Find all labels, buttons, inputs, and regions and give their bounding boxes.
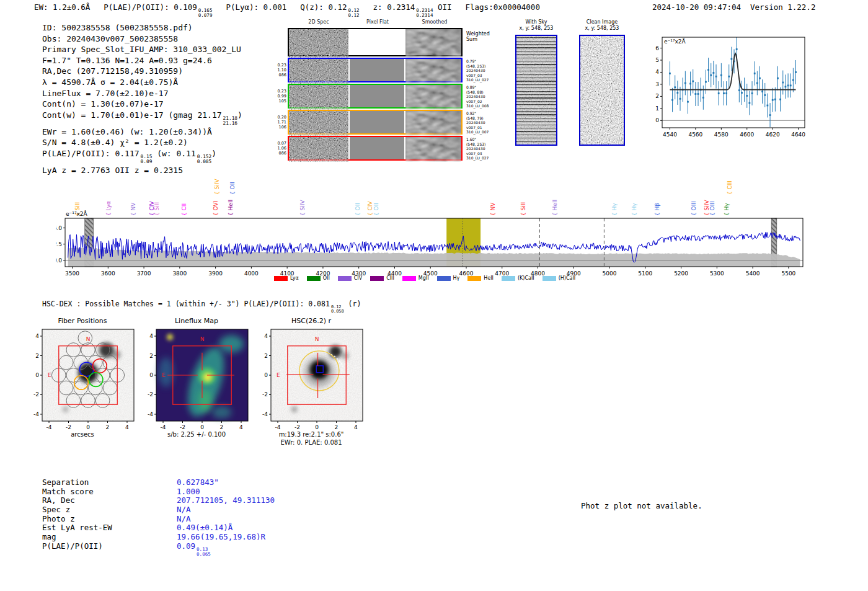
legend-item-(K)CaII: (K)CaII: [502, 275, 534, 281]
spec2d-left-label-0: 0.231.10086: [278, 63, 286, 78]
hsc-r-plot: -4-4-2-2002244NE: [252, 326, 370, 430]
data-point: [728, 76, 730, 78]
data-point: [764, 94, 766, 96]
info-text: Primary Spec_Slot_IFU_AMP: 310_033_002_L…: [42, 45, 241, 54]
y-tick-label: 4: [264, 333, 268, 339]
data-point: [769, 114, 771, 116]
data-point: [684, 82, 686, 84]
data-point: [698, 93, 699, 95]
spectral-line-label: { Hγ: [611, 203, 618, 216]
spec2d-cell: [289, 59, 348, 81]
header-metric-0: EW: 1.2±0.6Å: [34, 2, 90, 18]
x-tick-label: 5500: [781, 270, 795, 277]
x-tick-label: -4: [161, 424, 166, 430]
frac-sub: 0.079: [198, 13, 213, 18]
header-metric-2: P(Lyα): 0.001: [226, 2, 286, 18]
data-point: [715, 76, 717, 78]
data-point: [779, 99, 781, 100]
x-tick-label: 4000: [244, 270, 259, 277]
data-point: [712, 72, 714, 74]
spec2d-cell: [405, 59, 461, 81]
data-point: [674, 86, 676, 88]
x-tick-label: -4: [46, 424, 52, 430]
spectral-line-label: { CIII: [727, 180, 733, 195]
spectral-line-label: { NV: [130, 202, 136, 216]
x-tick-label: 4540: [663, 131, 677, 138]
header-metric-text: P(Lyα): 0.001: [226, 2, 286, 12]
y-tick-label: 2: [149, 353, 153, 359]
clean-image-coords: x, y: 548, 253: [585, 25, 619, 31]
header-metric-1: P(LAE)/P(OII): 0.1090.1650.079: [104, 2, 212, 18]
x-tick-label: -2: [294, 424, 300, 430]
col-title-2dspec: 2D Spec: [289, 19, 348, 25]
spec2d-image: [405, 85, 461, 110]
photz-note: Phot z plot not available.: [581, 501, 702, 510]
info-line-6: LineFlux = 7.70(±2.10)e-17: [42, 88, 242, 99]
match-value: 0.090.130.065: [177, 542, 211, 557]
y-tick-label: 5: [655, 57, 659, 63]
legend-item-(H)CaII: (H)CaII: [542, 275, 575, 281]
spec2d-cell: [405, 85, 461, 107]
y-tick-label: 4: [655, 69, 659, 75]
spectral-line-label: { OIII: [709, 201, 715, 216]
faint-blob: [291, 406, 298, 412]
flux-core-yellow: [203, 373, 212, 381]
info-text: ): [237, 110, 242, 120]
y-tick-label: 3: [655, 81, 659, 87]
left-label-line: 086: [278, 73, 286, 78]
legend-label: CIII: [386, 275, 394, 281]
data-point: [790, 84, 792, 86]
info-line-5: λ = 4590.7Å σ = 2.04(±0.75)Å: [42, 77, 242, 88]
clean-image-title: Clean Image x, y: 548, 253: [572, 19, 632, 32]
data-point: [707, 69, 709, 71]
frac-sub: 0.065: [197, 552, 211, 557]
right-label-line: v007_01: [466, 125, 489, 130]
y-tick-label: -2: [262, 391, 268, 398]
x-tick-label: 4: [239, 424, 243, 430]
data-point: [785, 86, 787, 87]
y-tick-label: 4: [35, 333, 39, 339]
frac-value: 0.120.12: [348, 8, 360, 18]
data-point: [756, 82, 758, 84]
left-label-line: 1.06: [278, 146, 286, 151]
report-timestamp-version: 2024-10-20 09:47:04 Version 1.22.2: [652, 2, 815, 12]
legend-item-CIII: CIII: [370, 275, 394, 281]
y-tick-label: 0.0: [56, 257, 62, 264]
info-line-10: S/N = 4.8(±0.4) χ² = 1.2(±0.2): [42, 137, 242, 148]
spec2d-cell: [350, 29, 404, 55]
x-tick-label: 3600: [101, 270, 115, 277]
legend-item-OII: OII: [307, 275, 330, 281]
x-tick-label: 2: [106, 424, 110, 430]
left-label-line: 0.23: [278, 63, 286, 68]
header-metric-text: EW: 1.2±0.6Å: [34, 2, 90, 12]
legend-label: MgII: [418, 275, 429, 281]
legend-item-HeII: HeII: [467, 275, 494, 281]
hsc-dex-frac: 0.120.058: [331, 305, 344, 314]
spectral-line-label: { OII: [229, 182, 236, 195]
data-point: [767, 105, 769, 107]
x-tick-label: 4: [354, 424, 358, 430]
y-tick-label: -2: [148, 391, 153, 398]
info-text: RA,Dec (207.712158,49.310959): [42, 66, 183, 76]
spectral-line-label: { SiII: [520, 202, 526, 216]
right-label-line: v007_03: [466, 73, 489, 78]
spec2d-right-label-1: 0.89"(548, 88)20240430v007_02310_LU_008: [466, 85, 489, 109]
galaxy-core: [310, 360, 329, 379]
north-label: N: [200, 336, 205, 342]
right-label-line: 20240430: [466, 146, 489, 151]
info-text: Obs: 20240430v007_5002385558: [42, 34, 178, 43]
spec2d-cell: [405, 29, 461, 55]
legend-label: CIV: [354, 275, 362, 281]
east-label: E: [277, 372, 280, 378]
detection-info-block: ID: 5002385558 (5002385558.pdf)Obs: 2024…: [42, 22, 242, 176]
spec2d-row: [288, 110, 463, 135]
y-tick-label: 2: [655, 93, 659, 99]
timestamp: 2024-10-20 09:47:04: [652, 2, 741, 12]
right-label-line: (548, 79): [466, 116, 489, 121]
x-tick-label: -4: [275, 424, 281, 430]
data-point: [754, 73, 756, 74]
info-text: LineFlux = 7.70(±2.10)e-17: [42, 89, 169, 98]
frac-value: 0.1650.079: [198, 8, 213, 18]
legend-swatch: [370, 276, 384, 281]
right-label-line: 0.92": [466, 111, 489, 116]
